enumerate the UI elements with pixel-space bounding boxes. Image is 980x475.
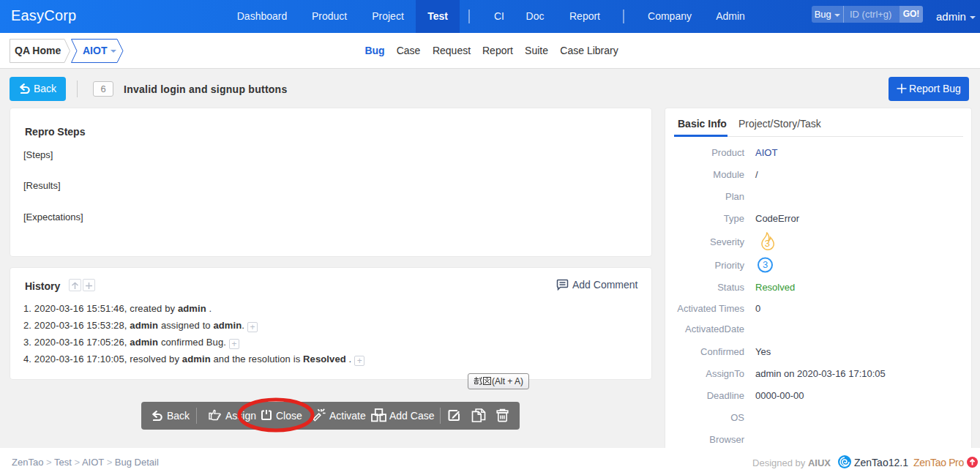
svg-text:3: 3 <box>765 238 770 249</box>
